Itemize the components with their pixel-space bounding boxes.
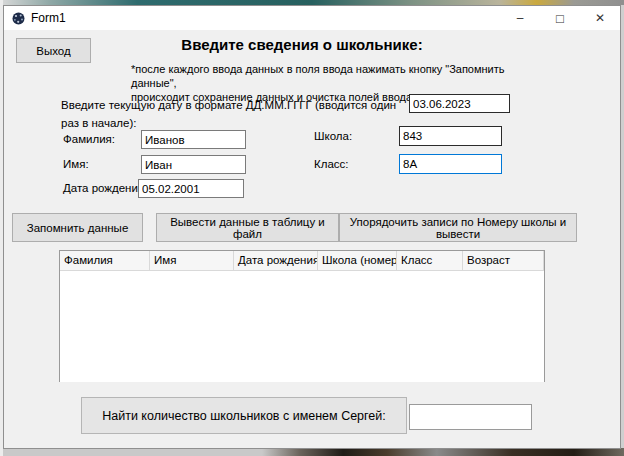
count-sergey-button[interactable]: Найти количество школьников с именем Сер… — [81, 397, 407, 434]
class-input[interactable] — [399, 154, 502, 174]
exit-button[interactable]: Выход — [16, 38, 91, 63]
records-table-header: Фамилия Имя Дата рождения Школа (номер) … — [60, 251, 544, 271]
maximize-icon[interactable]: □ — [540, 6, 580, 30]
records-table-body — [60, 271, 544, 382]
current-date-label: Введите текущую дату в формате ДД.ММ.ГГГ… — [61, 96, 411, 132]
window-controls: – □ ✕ — [500, 6, 620, 30]
birthdate-label: Дата рождения: — [63, 179, 147, 198]
form-icon — [12, 12, 25, 25]
page-title: Введите сведения о школьнике: — [102, 36, 502, 53]
records-table: Фамилия Имя Дата рождения Школа (номер) … — [59, 250, 545, 382]
current-date-input[interactable] — [409, 94, 510, 113]
minimize-icon[interactable]: – — [500, 6, 540, 30]
firstname-label: Имя: — [63, 155, 89, 174]
surname-label: Фамилия: — [63, 130, 115, 149]
birthdate-input[interactable] — [138, 179, 244, 198]
school-label: Школа: — [314, 126, 352, 146]
instruction-note-line1: *после каждого ввода данных в поля ввода… — [131, 62, 511, 90]
form-client-area: Выход Введите сведения о школьнике: *пос… — [4, 30, 620, 448]
column-header-name[interactable]: Имя — [150, 251, 234, 270]
title-bar: Form1 – □ ✕ — [4, 6, 620, 30]
column-header-surname[interactable]: Фамилия — [60, 251, 150, 270]
column-header-birthdate[interactable]: Дата рождения — [234, 251, 318, 270]
output-to-table-button[interactable]: Вывести данные в таблицу и файл — [156, 213, 339, 242]
column-header-class[interactable]: Класс — [397, 251, 463, 270]
firstname-input[interactable] — [141, 155, 246, 174]
desktop-background-bottom — [0, 448, 624, 456]
close-icon[interactable]: ✕ — [580, 6, 620, 30]
sort-by-school-button[interactable]: Упорядочить записи по Номеру школы и выв… — [339, 213, 577, 242]
column-header-school[interactable]: Школа (номер) — [318, 251, 397, 270]
window-title: Form1 — [31, 11, 66, 25]
class-label: Класс: — [314, 154, 349, 174]
school-input[interactable] — [399, 126, 502, 146]
form-window: Form1 – □ ✕ Выход Введите сведения о шко… — [3, 5, 621, 449]
count-result-input[interactable] — [409, 404, 532, 430]
surname-input[interactable] — [141, 130, 246, 149]
column-header-age[interactable]: Возраст — [463, 251, 544, 270]
save-data-button[interactable]: Запомнить данные — [12, 213, 143, 242]
